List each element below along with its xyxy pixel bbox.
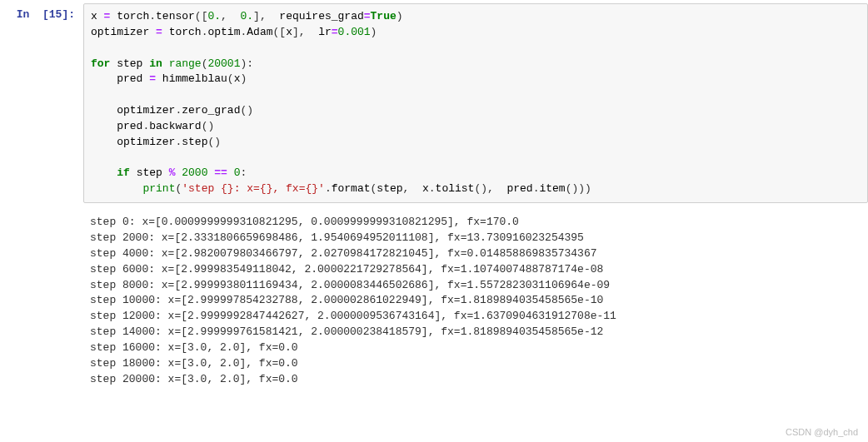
code-token: step [110,57,149,70]
code-token: if [117,166,130,179]
code-token: 0 [234,166,241,179]
code-token [227,166,234,179]
code-token: 20001 [207,57,240,70]
code-token: torch [110,10,149,22]
code-token: lr [312,26,331,38]
code-token: backward [149,120,201,132]
code-token: . [429,182,436,195]
code-token: ) [371,26,377,38]
code-token: 2000 [182,166,207,179]
code-token: print [142,182,175,195]
code-token [162,57,169,70]
code-token: 0. [234,10,253,22]
code-token [91,182,142,195]
code-token: 0.001 [338,26,371,38]
code-token: = [149,72,156,85]
code-token: ) [240,72,247,85]
code-token: in [149,57,162,70]
input-prompt: In [15]: [0,3,83,203]
code-token: range [169,57,202,70]
code-token: optim [207,26,240,38]
code-token: x [286,26,292,38]
code-token: , [487,182,501,195]
code-token: himmelblau [156,72,227,85]
code-token: zero_grad [182,104,240,117]
code-cell: In [15]: x = torch.tensor([0., 0.], requ… [0,0,868,206]
code-token: optimizer [91,136,175,148]
code-token: torch [162,26,202,38]
code-token: pred [91,72,149,85]
code-token: Adam [247,26,272,38]
code-token: ( [195,10,202,22]
code-input-area[interactable]: x = torch.tensor([0., 0.], requires_grad… [83,3,868,203]
code-token: optimizer [91,104,175,117]
code-token: ( [227,72,234,85]
code-token: == [214,166,227,179]
code-token: ) [578,182,585,195]
code-token: step [377,182,402,195]
code-token: , [403,182,417,195]
code-token [91,166,117,179]
code-token: ] [253,10,260,22]
code-token: item [539,182,565,195]
code-token: 'step {}: x={}, fx={}' [182,182,325,195]
code-token: x [91,10,104,22]
code-token: True [371,10,397,22]
code-token: () [474,182,487,195]
code-token: () [240,104,253,117]
code-token: : [247,57,253,70]
code-token: = [332,26,338,38]
code-token: ) [585,182,591,195]
code-token: , [260,10,273,22]
code-token: step [182,136,207,148]
code-token: . [149,10,156,22]
code-token: ] [292,26,299,38]
output-prompt-spacer [0,210,83,392]
code-token: [ [279,26,286,38]
code-token: step [130,166,169,179]
code-token: tensor [156,10,195,22]
code-token: tolist [436,182,475,195]
code-token: optimizer [91,26,156,38]
code-token: . [325,182,332,195]
code-token: : [241,166,247,179]
code-token: = [156,26,162,38]
code-token: 0. [207,10,221,22]
code-token: for [91,57,110,70]
code-token: pred [91,120,142,132]
code-token: , [299,26,312,38]
output-cell: step 0: x=[0.0009999999310821295, 0.0009… [0,206,868,395]
code-token: () [207,136,221,148]
code-token: , [221,10,234,22]
code-token: = [364,10,371,22]
code-token: format [332,182,371,195]
code-token: () [202,120,215,132]
code-token: () [566,182,579,195]
code-token: requires_grad [273,10,364,22]
stdout-output: step 0: x=[0.0009999999310821295, 0.0009… [83,210,868,392]
code-token: ) [397,10,403,22]
code-token: pred [501,182,533,195]
code-token: x [416,182,429,195]
